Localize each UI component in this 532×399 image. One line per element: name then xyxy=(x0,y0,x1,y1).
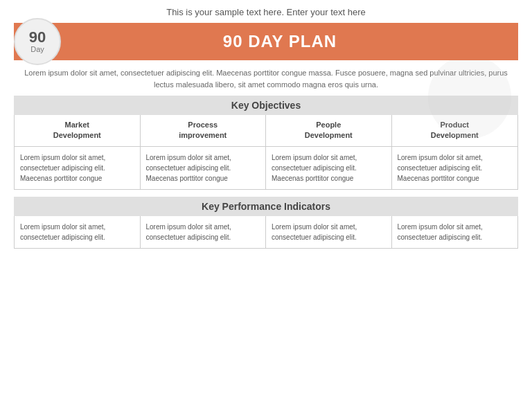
col-cell-3: Lorem ipsum dolor sit amet, consectetuer… xyxy=(392,147,518,189)
header-title: 90 DAY PLAN xyxy=(223,32,337,51)
col-headers-row: MarketDevelopment Processimprovement Peo… xyxy=(15,115,517,147)
col-cell-0: Lorem ipsum dolor sit amet, consectetuer… xyxy=(15,147,141,189)
col-header-0: MarketDevelopment xyxy=(15,115,141,146)
kpi-cell-1: Lorem ipsum dolor sit amet, consectetuer… xyxy=(141,216,267,248)
header-banner: 90 Day 90 DAY PLAN xyxy=(14,23,518,60)
col-cells-row: Lorem ipsum dolor sit amet, consectetuer… xyxy=(15,147,517,189)
day-number: 90 xyxy=(29,30,46,45)
kpi-cell-3: Lorem ipsum dolor sit amet, consectetuer… xyxy=(392,216,518,248)
day-label: Day xyxy=(30,45,44,53)
col-cell-2: Lorem ipsum dolor sit amet, consectetuer… xyxy=(266,147,392,189)
col-header-2: PeopleDevelopment xyxy=(266,115,392,146)
col-cell-1: Lorem ipsum dolor sit amet, consectetuer… xyxy=(141,147,267,189)
key-objectives-table: MarketDevelopment Processimprovement Peo… xyxy=(14,115,518,190)
kpi-table: Lorem ipsum dolor sit amet, consectetuer… xyxy=(14,216,518,249)
kpi-cell-2: Lorem ipsum dolor sit amet, consectetuer… xyxy=(266,216,392,248)
sample-text: This is your sample text here. Enter you… xyxy=(0,0,532,23)
kpi-cells-row: Lorem ipsum dolor sit amet, consectetuer… xyxy=(15,216,517,248)
day-circle: 90 Day xyxy=(14,18,61,65)
key-objectives-header: Key Objectives xyxy=(14,96,518,115)
kpi-section-header: Key Performance Indicators xyxy=(14,197,518,216)
description-area: Lorem ipsum dolor sit amet, consectetuer… xyxy=(14,67,518,90)
col-header-3: ProductDevelopment xyxy=(392,115,518,146)
kpi-cell-0: Lorem ipsum dolor sit amet, consectetuer… xyxy=(15,216,141,248)
col-header-1: Processimprovement xyxy=(141,115,267,146)
page-wrapper: This is your sample text here. Enter you… xyxy=(0,0,532,399)
header-title-wrapper: 90 DAY PLAN xyxy=(42,23,518,60)
